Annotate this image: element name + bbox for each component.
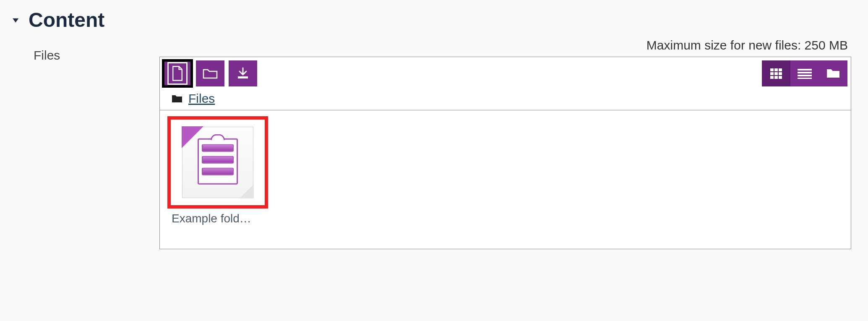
file-thumbnail-highlight	[167, 116, 268, 209]
svg-rect-10	[798, 69, 812, 70]
files-label: Files	[0, 36, 159, 63]
add-file-button[interactable]	[163, 60, 192, 86]
file-manager-body: Example fold…	[160, 110, 851, 249]
breadcrumb-root-link[interactable]: Files	[188, 91, 215, 106]
svg-rect-6	[779, 72, 782, 75]
svg-rect-9	[779, 76, 782, 79]
view-tree-button[interactable]	[819, 60, 847, 86]
breadcrumb: Files	[160, 89, 851, 110]
svg-rect-13	[798, 78, 812, 79]
file-icon	[171, 66, 184, 81]
toolbar-actions	[163, 60, 257, 86]
svg-rect-11	[798, 72, 812, 73]
clipboard-file-icon	[182, 127, 253, 198]
file-name-label: Example fold…	[167, 209, 268, 225]
file-item[interactable]: Example fold…	[167, 116, 268, 225]
svg-rect-2	[774, 68, 778, 71]
folder-icon	[203, 67, 218, 80]
grid-icon	[770, 68, 782, 79]
download-all-button[interactable]	[229, 60, 257, 86]
section-title: Content	[29, 8, 104, 31]
max-size-text: Maximum size for new files: 250 MB	[159, 36, 851, 57]
folder-solid-icon	[172, 94, 182, 103]
svg-rect-3	[779, 68, 782, 71]
svg-rect-4	[770, 72, 774, 75]
download-icon	[236, 67, 250, 80]
svg-rect-1	[770, 68, 774, 71]
view-icons-button[interactable]	[762, 60, 790, 86]
svg-rect-8	[774, 76, 778, 79]
svg-rect-0	[238, 76, 248, 78]
svg-rect-5	[774, 72, 778, 75]
file-manager-toolbar	[160, 57, 851, 89]
chevron-down-icon: ▾	[13, 15, 18, 25]
list-icon	[798, 68, 812, 79]
toolbar-views	[762, 60, 847, 86]
content-row: Files Maximum size for new files: 250 MB	[0, 36, 868, 249]
file-manager: Files	[159, 57, 851, 249]
section-header[interactable]: ▾ Content	[0, 0, 868, 36]
folder-solid-icon	[826, 68, 840, 79]
file-manager-column: Maximum size for new files: 250 MB	[159, 36, 868, 249]
svg-rect-7	[770, 76, 774, 79]
view-details-button[interactable]	[790, 60, 819, 86]
create-folder-button[interactable]	[196, 60, 224, 86]
svg-rect-12	[798, 75, 812, 76]
